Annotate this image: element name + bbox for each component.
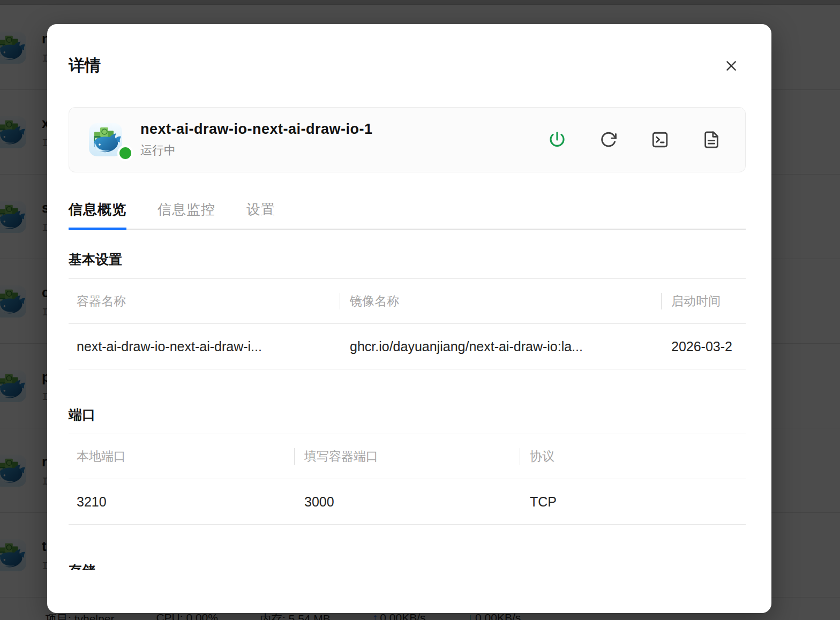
- tab-settings[interactable]: 设置: [246, 200, 275, 229]
- tab-info-monitoring[interactable]: 信息监控: [158, 200, 215, 229]
- cell-container-port: 3000: [294, 494, 520, 510]
- column-header-start-time: 启动时间: [661, 293, 746, 309]
- cell-local-port: 3210: [69, 494, 294, 510]
- section-title-storage: 存储: [69, 561, 746, 570]
- column-header-local-port: 本地端口: [69, 448, 294, 465]
- cell-container-name: next-ai-draw-io-next-ai-draw-i...: [69, 339, 340, 354]
- cell-image-name: ghcr.io/dayuanjiang/next-ai-draw-io:la..…: [340, 339, 661, 354]
- logs-file-icon: [702, 131, 721, 149]
- terminal-icon: [651, 131, 669, 149]
- cell-protocol: TCP: [520, 494, 746, 510]
- logs-button[interactable]: [702, 131, 721, 149]
- tab-info-overview[interactable]: 信息概览: [69, 200, 126, 229]
- column-header-image-name: 镜像名称: [340, 293, 661, 309]
- power-button[interactable]: [548, 131, 566, 149]
- container-card: next-ai-draw-io-next-ai-draw-io-1 运行中: [69, 107, 746, 172]
- section-title-ports: 端口: [69, 405, 746, 424]
- close-button[interactable]: [723, 58, 739, 74]
- table-header-row: 容器名称 镜像名称 启动时间: [69, 279, 746, 324]
- section-title-basic: 基本设置: [69, 250, 746, 268]
- restart-icon: [599, 131, 618, 149]
- container-status: 运行中: [140, 142, 373, 158]
- details-modal: 详情 next-ai-draw-io-next-ai-draw-io-1 运行中: [47, 24, 771, 613]
- container-name: next-ai-draw-io-next-ai-draw-io-1: [140, 121, 373, 138]
- column-header-container-name: 容器名称: [69, 293, 340, 309]
- power-icon: [548, 131, 566, 149]
- close-icon: [724, 59, 738, 73]
- ports-table: 本地端口 填写容器端口 协议 3210 3000 TCP: [69, 434, 746, 525]
- table-row: 3210 3000 TCP: [69, 479, 746, 524]
- screen: nI xI sI cI pI rI: [0, 0, 840, 620]
- basic-settings-table: 容器名称 镜像名称 启动时间 next-ai-draw-io-next-ai-d…: [69, 278, 746, 369]
- column-header-protocol: 协议: [520, 448, 746, 465]
- table-header-row: 本地端口 填写容器端口 协议: [69, 434, 746, 479]
- cell-start-time: 2026-03-2: [661, 339, 746, 354]
- modal-title: 详情: [69, 55, 101, 75]
- overview-content: 基本设置 容器名称 镜像名称 启动时间 next-ai-draw-io-next…: [47, 230, 771, 570]
- column-header-container-port: 填写容器端口: [294, 448, 520, 465]
- table-row: next-ai-draw-io-next-ai-draw-i... ghcr.i…: [69, 324, 746, 369]
- restart-button[interactable]: [599, 131, 618, 149]
- terminal-button[interactable]: [651, 131, 669, 149]
- running-status-dot: [117, 145, 133, 161]
- tab-bar: 信息概览 信息监控 设置: [69, 200, 746, 230]
